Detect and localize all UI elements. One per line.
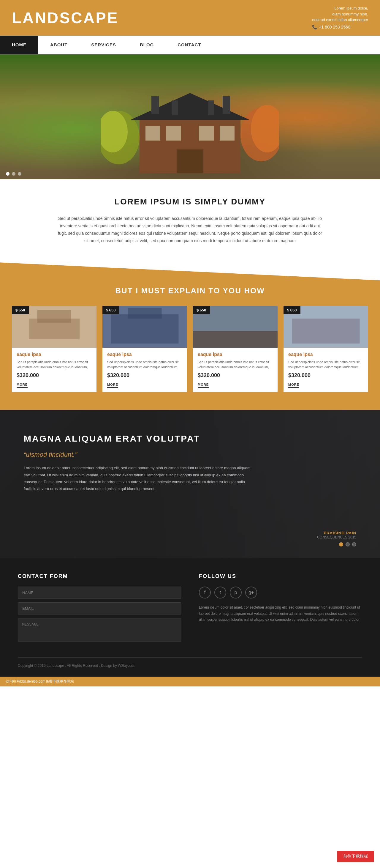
svg-rect-8 <box>166 126 181 141</box>
social-icons: f t p g+ <box>199 587 362 598</box>
site-footer: CONTACT FORM FOLLOW US f t p g+ Lorem ip… <box>0 558 380 677</box>
facebook-icon[interactable]: f <box>199 587 211 598</box>
nav-blog[interactable]: BLOG <box>128 36 166 54</box>
google-plus-icon[interactable]: g+ <box>245 587 257 598</box>
property-price-2: $320.000 <box>107 372 182 379</box>
hero-dots <box>6 172 22 176</box>
hero-dot-1[interactable] <box>6 172 9 176</box>
watermark-text: 访问虫鸟bbs.denloo.com免费下载更多网站 <box>6 679 74 683</box>
testimonial-dot-2[interactable] <box>346 542 350 547</box>
property-more-4[interactable]: MORE <box>288 383 299 388</box>
property-title-3: eaque ipsa <box>198 352 273 357</box>
footer-bottom: Copyright © 2015 Landscape . All Rights … <box>18 657 362 668</box>
testimonial-dot-1[interactable] <box>339 542 343 547</box>
author-name: CONSEQUENCES 2015 <box>317 535 356 539</box>
follow-title: FOLLOW US <box>199 573 362 580</box>
twitter-icon[interactable]: t <box>214 587 226 598</box>
property-card-1: $ 650 eaque ipsa Sed ut perspiciatis und… <box>12 306 97 392</box>
testimonial-quote: “uismod tincidunt.” <box>24 451 255 459</box>
property-image-1: $ 650 <box>12 306 97 348</box>
properties-title: BUT I MUST EXPLAIN TO YOU HOW <box>12 286 368 296</box>
testimonial-dot-3[interactable] <box>352 542 356 547</box>
property-desc-1: Sed ut perspiciatis unde omnis iste natu… <box>16 360 92 369</box>
nav-contact[interactable]: CONTACT <box>166 36 213 54</box>
testimonial-body: Lorem ipsum dolor sit amet, consectetuer… <box>24 464 255 492</box>
svg-rect-13 <box>172 100 178 115</box>
contact-form <box>18 587 181 642</box>
property-image-2: $ 650 <box>102 306 187 348</box>
main-nav: HOME ABOUT SERVICES BLOG CONTACT <box>0 36 380 54</box>
property-price-3: $320.000 <box>198 372 273 379</box>
property-card-3: $ 650 eaque ipsa Sed ut perspiciatis und… <box>193 306 278 392</box>
phone-number: +1 800 253 2560 <box>319 24 350 30</box>
contact-form-title: CONTACT FORM <box>18 573 181 580</box>
hero-section <box>0 54 380 179</box>
property-desc-3: Sed ut perspiciatis unde omnis iste natu… <box>198 360 273 369</box>
svg-rect-7 <box>145 126 160 141</box>
testimonial-section: MAGNA ALIQUAM ERAT VOLUTPAT “uismod tinc… <box>0 410 380 558</box>
header-contact-info: Lorem ipsum dolce, diam nonummy nibh. no… <box>312 5 368 30</box>
svg-rect-19 <box>37 310 71 323</box>
properties-section: BUT I MUST EXPLAIN TO YOU HOW $ 650 eaqu… <box>0 262 380 410</box>
footer-columns: CONTACT FORM FOLLOW US f t p g+ Lorem ip… <box>18 573 362 645</box>
svg-rect-9 <box>199 126 214 141</box>
price-badge-1: $ 650 <box>12 306 29 314</box>
svg-rect-11 <box>177 150 203 173</box>
author-label: PRAISING PAIN <box>317 531 356 535</box>
svg-rect-15 <box>223 96 230 114</box>
nav-about[interactable]: ABOUT <box>38 36 79 54</box>
price-badge-4: $ 650 <box>283 306 301 314</box>
property-image-4: $ 650 <box>283 306 368 348</box>
property-more-2[interactable]: MORE <box>107 383 118 388</box>
svg-rect-12 <box>151 96 159 114</box>
contact-name-input[interactable] <box>18 587 181 599</box>
intro-body: Sed ut perspiciatis unde omnis iste natu… <box>57 215 323 245</box>
property-card-2: $ 650 eaque ipsa Sed ut perspiciatis und… <box>102 306 187 392</box>
property-title-4: eaque ipsa <box>288 352 364 357</box>
intro-section: LOREM IPSUM IS SIMPLY DUMMY Sed ut persp… <box>0 179 380 263</box>
hero-house-illustration <box>101 84 279 173</box>
intro-title: LOREM IPSUM IS SIMPLY DUMMY <box>24 197 356 207</box>
contact-email-input[interactable] <box>18 602 181 615</box>
property-more-3[interactable]: MORE <box>198 383 209 388</box>
nav-home[interactable]: HOME <box>0 36 38 54</box>
svg-rect-25 <box>193 331 278 348</box>
svg-rect-21 <box>111 314 179 343</box>
testimonial-dots <box>317 542 356 547</box>
pinterest-icon[interactable]: p <box>230 587 242 598</box>
tagline-line3: nostrud exerci tation ullamcorper <box>312 17 368 23</box>
site-title: LANDSCAPE <box>12 9 119 26</box>
property-card-4: $ 650 eaque ipsa Sed ut perspiciatis und… <box>283 306 368 392</box>
property-desc-4: Sed ut perspiciatis unde omnis iste natu… <box>288 360 364 369</box>
svg-rect-27 <box>292 318 360 343</box>
svg-rect-10 <box>220 126 235 141</box>
property-title-1: eaque ipsa <box>16 352 92 357</box>
properties-grid: $ 650 eaque ipsa Sed ut perspiciatis und… <box>12 306 368 392</box>
hero-dot-3[interactable] <box>18 172 22 176</box>
hero-dot-2[interactable] <box>12 172 15 176</box>
property-desc-2: Sed ut perspiciatis unde omnis iste natu… <box>107 360 182 369</box>
property-more-1[interactable]: MORE <box>16 383 28 388</box>
property-price-1: $320.000 <box>16 372 92 379</box>
property-image-3: $ 650 <box>193 306 278 348</box>
property-title-2: eaque ipsa <box>107 352 182 357</box>
phone-icon: 📞 <box>312 24 317 30</box>
property-price-4: $320.000 <box>288 372 364 379</box>
testimonial-content: MAGNA ALIQUAM ERAT VOLUTPAT “uismod tinc… <box>24 434 255 492</box>
tagline-line2: diam nonummy nibh. <box>312 11 368 17</box>
tagline-line1: Lorem ipsum dolce, <box>312 5 368 11</box>
follow-text: Lorem ipsum dolor sit amet, consectetuer… <box>199 604 362 623</box>
site-header: LANDSCAPE Lorem ipsum dolce, diam nonumm… <box>0 0 380 36</box>
testimonial-title: MAGNA ALIQUAM ERAT VOLUTPAT <box>24 434 255 444</box>
svg-rect-22 <box>128 308 162 318</box>
logo: LANDSCAPE <box>12 9 119 27</box>
footer-contact-col: CONTACT FORM <box>18 573 181 645</box>
nav-services[interactable]: SERVICES <box>79 36 128 54</box>
svg-rect-14 <box>208 100 214 115</box>
testimonial-attribution: PRAISING PAIN CONSEQUENCES 2015 <box>317 531 356 547</box>
watermark-bar: 访问虫鸟bbs.denloo.com免费下载更多网站 <box>0 677 380 686</box>
footer-follow-col: FOLLOW US f t p g+ Lorem ipsum dolor sit… <box>199 573 362 645</box>
price-badge-2: $ 650 <box>102 306 119 314</box>
contact-message-input[interactable] <box>18 618 181 642</box>
copyright-text: Copyright © 2015 Landscape . All Rights … <box>18 663 135 668</box>
